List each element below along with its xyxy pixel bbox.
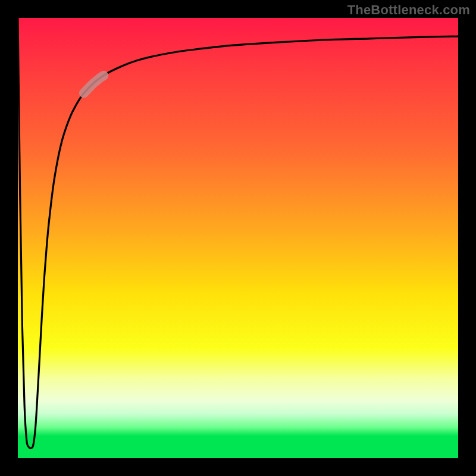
plot-area [18,18,458,458]
curve-layer [18,18,458,458]
main-curve [18,18,458,448]
chart-container: TheBottleneck.com [0,0,476,476]
highlight-segment [84,76,104,93]
watermark-text: TheBottleneck.com [347,2,470,18]
